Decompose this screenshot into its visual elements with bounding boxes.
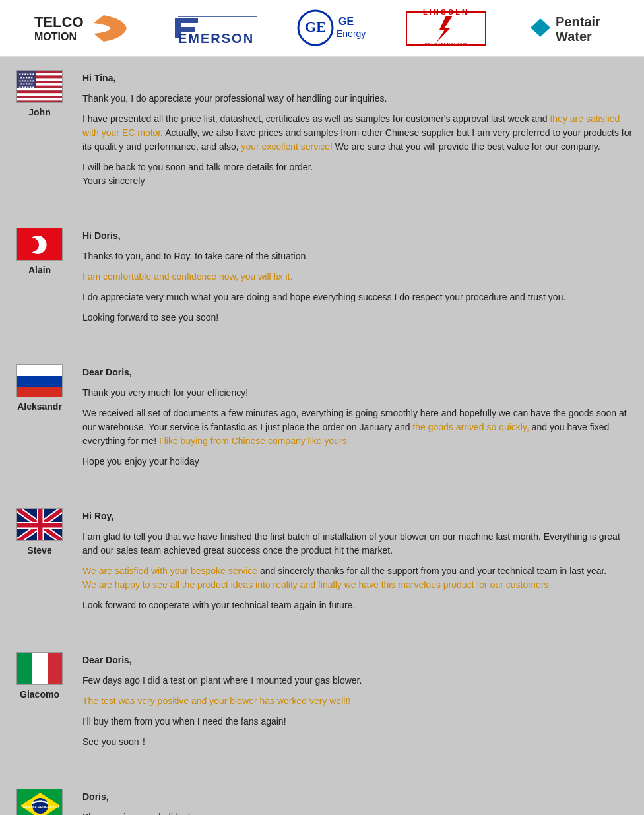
- message-alain: Hi Doris, Thanks to you, and to Roy, to …: [82, 228, 634, 331]
- alain-para3: I do appreciate very much what you are d…: [82, 290, 634, 304]
- svg-text:LINCOLN: LINCOLN: [423, 8, 469, 16]
- steve-para3: Look forward to cooperate with your tech…: [82, 599, 634, 612]
- person-aleksandr: Aleksandr: [10, 364, 69, 475]
- svg-marker-13: [531, 20, 550, 36]
- logo-ge-energy: GE GE Energy: [296, 7, 375, 49]
- john-para1: Thank you, I do appreciate your professi…: [82, 92, 634, 106]
- flag-usa: ★★★★★★ ★★★★★ ★★★★★★ ★★★★★ ★★★★★★: [16, 70, 63, 103]
- testimonial-john: ★★★★★★ ★★★★★ ★★★★★★ ★★★★★ ★★★★★★ John Hi…: [10, 70, 634, 208]
- svg-rect-28: [17, 101, 63, 103]
- logo-bar: TELCO MOTION EMERSON GE GE Energy: [0, 0, 644, 57]
- flag-russia: [16, 364, 63, 397]
- svg-rect-40: [17, 376, 63, 387]
- svg-text:FONDATA NEL 1952: FONDATA NEL 1952: [425, 42, 468, 47]
- person-alain: Alain: [10, 228, 69, 331]
- person-name-giacomo: Giacomo: [20, 689, 59, 700]
- flag-turkey: [16, 228, 63, 261]
- giacomo-para1: Few days ago I did a test on plant where…: [82, 674, 634, 688]
- person-name-steve: Steve: [27, 545, 51, 556]
- alain-para1: Thanks to you, and to Roy, to take care …: [82, 249, 634, 263]
- svg-rect-50: [38, 509, 43, 541]
- person-robert: ORDEM E PROGRESSO Robert: [10, 789, 69, 815]
- svg-rect-52: [32, 653, 48, 685]
- alain-para4: Looking forward to see you soon!: [82, 311, 634, 325]
- greeting-robert: Doris,: [82, 790, 634, 804]
- aleksandr-para3: Hope you enjoy your holiday: [82, 455, 634, 469]
- svg-text:Pentair: Pentair: [556, 15, 600, 29]
- flag-uk: [16, 508, 63, 541]
- logo-emerson: EMERSON: [162, 9, 267, 48]
- svg-rect-39: [17, 365, 63, 376]
- logo-telco-motion: TELCO MOTION: [28, 9, 133, 48]
- person-steve: Steve: [10, 508, 69, 619]
- testimonial-robert: ORDEM E PROGRESSO Robert Doris, Please e…: [10, 789, 634, 815]
- message-steve: Hi Roy, I am glad to tell you that we ha…: [82, 508, 634, 619]
- svg-text:GE: GE: [338, 16, 354, 27]
- testimonial-alain: Alain Hi Doris, Thanks to you, and to Ro…: [10, 228, 634, 344]
- svg-text:TELCO: TELCO: [34, 14, 84, 30]
- alain-para2: I am comfortable and confidence now, you…: [82, 270, 634, 284]
- logo-pentair-water: Pentair Water: [517, 7, 616, 49]
- svg-rect-24: [17, 90, 63, 93]
- svg-rect-53: [48, 653, 63, 685]
- message-john: Hi Tina, Thank you, I do appreciate your…: [82, 70, 634, 195]
- testimonials-section: ★★★★★★ ★★★★★ ★★★★★★ ★★★★★ ★★★★★★ John Hi…: [0, 57, 644, 815]
- steve-para2: We are satisfied with your bespoke servi…: [82, 564, 634, 592]
- john-para2: I have presented all the price list, dat…: [82, 112, 634, 154]
- person-john: ★★★★★★ ★★★★★ ★★★★★★ ★★★★★ ★★★★★★ John: [10, 70, 69, 195]
- svg-text:★★★★★★: ★★★★★★: [18, 85, 35, 89]
- flag-italy: [16, 652, 63, 685]
- testimonial-steve: Steve Hi Roy, I am glad to tell you that…: [10, 508, 634, 632]
- aleksandr-para1: Thank you very much for your efficiency!: [82, 386, 634, 400]
- svg-text:Energy: Energy: [337, 28, 366, 39]
- testimonial-aleksandr: Aleksandr Dear Doris, Thank you very muc…: [10, 364, 634, 488]
- aleksandr-para2: We received all set of documents a few m…: [82, 407, 634, 448]
- svg-point-37: [24, 238, 39, 252]
- greeting-steve: Hi Roy,: [82, 509, 634, 523]
- greeting-giacomo: Dear Doris,: [82, 653, 634, 667]
- person-name-alain: Alain: [28, 265, 51, 275]
- svg-text:EMERSON: EMERSON: [178, 31, 254, 46]
- giacomo-para2: The test was very positive and your blow…: [82, 694, 634, 708]
- logo-lincoln: LINCOLN FONDATA NEL 1952: [403, 7, 489, 49]
- svg-rect-25: [17, 93, 63, 96]
- greeting-alain: Hi Doris,: [82, 229, 634, 243]
- message-robert: Doris, Please enjoy your holiday! The fa…: [82, 789, 634, 815]
- svg-text:MOTION: MOTION: [34, 31, 77, 42]
- flag-brazil: ORDEM E PROGRESSO: [16, 789, 63, 815]
- john-para3: I will be back to you soon and talk more…: [82, 160, 634, 188]
- svg-rect-26: [17, 96, 63, 98]
- greeting-john: Hi Tina,: [82, 71, 634, 85]
- svg-rect-27: [17, 98, 63, 101]
- testimonial-giacomo: Giacomo Dear Doris, Few days ago I did a…: [10, 652, 634, 769]
- svg-marker-9: [436, 16, 453, 43]
- svg-rect-41: [17, 387, 63, 397]
- steve-para1: I am glad to tell you that we have finis…: [82, 530, 634, 558]
- greeting-aleksandr: Dear Doris,: [82, 366, 634, 379]
- message-giacomo: Dear Doris, Few days ago I did a test on…: [82, 652, 634, 756]
- message-aleksandr: Dear Doris, Thank you very much for your…: [82, 364, 634, 475]
- giacomo-para3: I'll buy them from you when I need the f…: [82, 715, 634, 729]
- person-giacomo: Giacomo: [10, 652, 69, 756]
- svg-text:Water: Water: [556, 29, 592, 44]
- person-name-aleksandr: Aleksandr: [17, 401, 62, 412]
- person-name-john: John: [28, 107, 50, 117]
- svg-rect-51: [17, 653, 32, 685]
- robert-para1: Please enjoy your holiday!: [82, 810, 634, 815]
- svg-text:ORDEM E PROGRESSO: ORDEM E PROGRESSO: [22, 805, 59, 809]
- svg-text:GE: GE: [305, 18, 326, 35]
- giacomo-para4: See you soon！: [82, 735, 634, 749]
